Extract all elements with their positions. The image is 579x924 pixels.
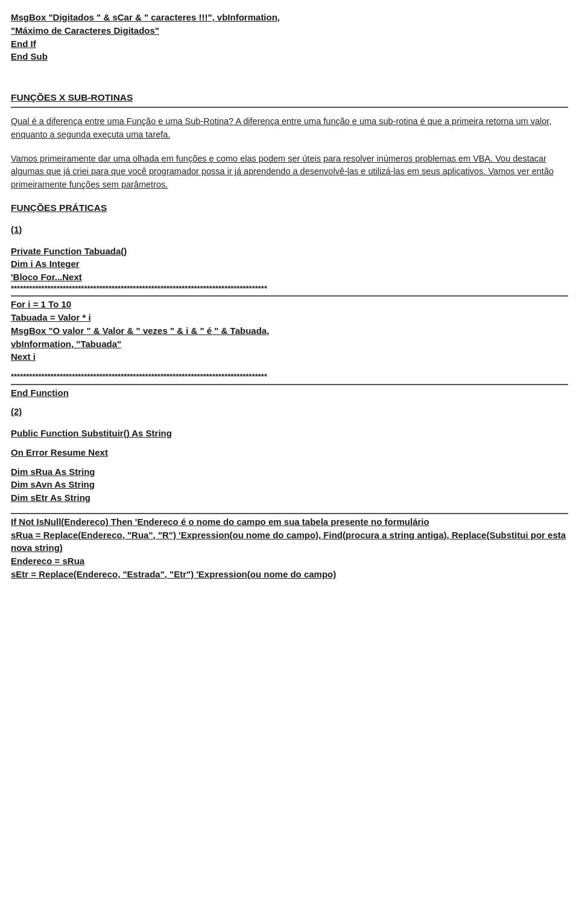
stars1: ****************************************…: [11, 284, 568, 294]
spacer11: [11, 459, 568, 465]
spacer1: [11, 69, 568, 75]
top-section: MsgBox "Digitados " & sCar & " caractere…: [11, 11, 568, 63]
spacer3: [11, 109, 568, 115]
spacer4: [11, 146, 568, 152]
endereco-line: Endereco = sRua: [11, 555, 568, 568]
spacer12: [11, 504, 568, 511]
for-line: For i = 1 To 10: [11, 298, 568, 311]
funcoes-heading: FUNÇÕES X SUB-ROTINAS: [11, 92, 568, 103]
separator4: [11, 513, 568, 514]
separator1: [11, 107, 568, 108]
spacer8: [11, 399, 568, 405]
msgbox-line1: MsgBox "Digitados " & sCar & " caractere…: [11, 11, 568, 24]
dim-savn: Dim sAvn As String: [11, 478, 568, 491]
end-if-top: End If: [11, 37, 568, 51]
msgbox-tabuada2: vbInformation, "Tabuada": [11, 338, 568, 351]
end-function: End Function: [11, 386, 568, 400]
spacer5: [11, 217, 568, 223]
func1-label: (1): [11, 223, 568, 236]
next-i: Next i: [11, 350, 568, 363]
dim-setr: Dim sEtr As String: [11, 491, 568, 504]
spacer9: [11, 418, 568, 424]
spacer6: [11, 236, 568, 242]
func1-block: Private Function Tabuada() Dim i As Inte…: [11, 245, 568, 364]
dim-i: Dim i As Integer: [11, 257, 568, 271]
func2-label: (2): [11, 405, 568, 418]
separator3: [11, 384, 568, 385]
para1: Qual é a diferença entre uma Função e um…: [11, 115, 568, 142]
private-func: Private Function Tabuada(): [11, 245, 568, 258]
stars2: ****************************************…: [11, 372, 568, 382]
funcoes-praticas-heading: FUNÇÕES PRÁTICAS: [11, 203, 568, 213]
on-error: On Error Resume Next: [11, 446, 568, 459]
spacer2: [11, 75, 568, 81]
tabuada-line: Tabuada = Valor * i: [11, 311, 568, 324]
dim-srua: Dim sRua As String: [11, 465, 568, 479]
srua-line: sRua = Replace(Endereco, "Rua", "R") 'Ex…: [11, 529, 568, 555]
spacer7: [11, 366, 568, 372]
separator2: [11, 295, 568, 297]
public-func: Public Function Substituir() As String: [11, 427, 568, 440]
para2: Vamos primeiramente dar uma olhada em fu…: [11, 152, 568, 192]
setr-line: sEtr = Replace(Endereco, "Estrada", "Etr…: [11, 568, 568, 581]
msgbox-tabuada1: MsgBox "O valor " & Valor & " vezes " & …: [11, 324, 568, 338]
comment-for: 'Bloco For...Next: [11, 271, 568, 284]
func2-block: Public Function Substituir() As String O…: [11, 427, 568, 581]
msgbox-line2: "Máximo de Caracteres Digitados": [11, 24, 568, 37]
spacer10: [11, 440, 568, 446]
if-line: If Not IsNull(Endereco) Then 'Endereco é…: [11, 515, 568, 529]
end-sub-top: End Sub: [11, 50, 568, 63]
